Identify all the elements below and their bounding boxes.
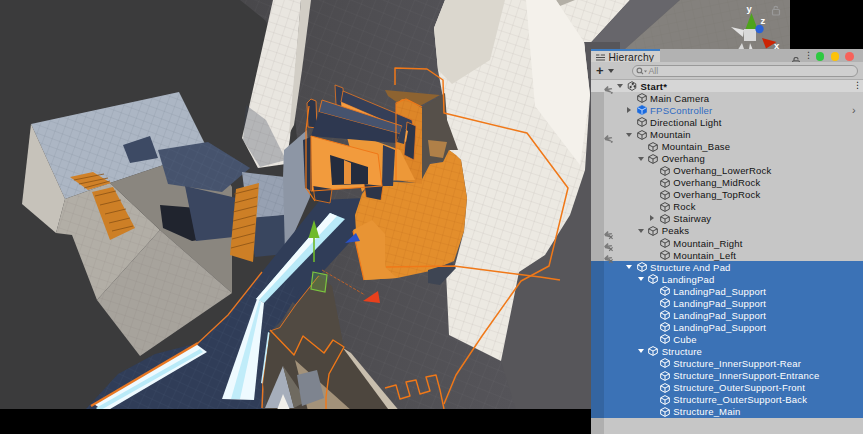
svg-text:y: y (747, 3, 753, 14)
svg-text:z: z (761, 15, 766, 26)
